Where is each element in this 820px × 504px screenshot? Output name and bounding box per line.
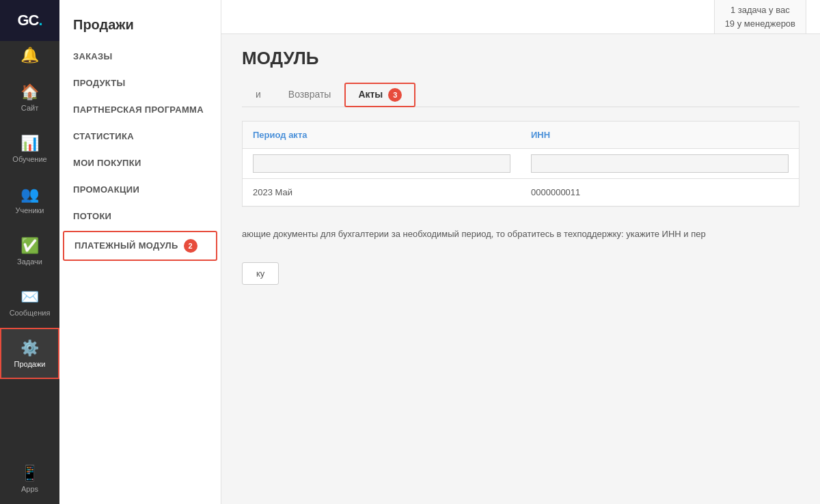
info-text: ающие документы для бухгалтерии за необх… bbox=[242, 221, 800, 249]
cell-inn: 0000000011 bbox=[521, 187, 799, 197]
step-badge-2: 2 bbox=[184, 239, 197, 253]
menu-sidebar: Продажи ЗАКАЗЫ ПРОДУКТЫ ПАРТНЕРСКАЯ ПРОГ… bbox=[59, 0, 221, 504]
filter-row bbox=[243, 149, 799, 179]
sidebar-item-tasks[interactable]: ✅ Задачи bbox=[0, 225, 59, 277]
top-bar: 1 задача у вас 19 у менеджеров bbox=[221, 0, 820, 34]
menu-item-products[interactable]: ПРОДУКТЫ bbox=[59, 70, 221, 96]
tasks-line1: 1 задача у вас bbox=[725, 3, 795, 17]
main-content: 1 задача у вас 19 у менеджеров МОДУЛЬ и … bbox=[221, 0, 820, 504]
logo[interactable]: GC. bbox=[0, 0, 59, 41]
table-header: Период акта ИНН bbox=[243, 122, 799, 149]
filter-period-cell bbox=[243, 154, 521, 173]
page-title: МОДУЛЬ bbox=[242, 48, 800, 69]
menu-item-stats[interactable]: СТАТИСТИКА bbox=[59, 123, 221, 150]
gear-icon: ⚙️ bbox=[20, 339, 39, 357]
tab-acts[interactable]: Акты 3 bbox=[344, 83, 415, 107]
menu-item-payment-module[interactable]: ПЛАТЕЖНЫЙ МОДУЛЬ 2 bbox=[63, 231, 217, 261]
menu-title: Продажи bbox=[59, 10, 221, 43]
col-inn: ИНН bbox=[521, 130, 799, 140]
page-content: МОДУЛЬ и Возвраты Акты 3 Период акта ИНН bbox=[221, 34, 820, 504]
sidebar-item-students[interactable]: 👥 Ученики bbox=[0, 174, 59, 225]
sidebar-item-learning[interactable]: 📊 Обучение bbox=[0, 123, 59, 174]
envelope-icon: ✉️ bbox=[20, 288, 39, 306]
menu-item-orders[interactable]: ЗАКАЗЫ bbox=[59, 43, 221, 70]
tasks-info: 1 задача у вас 19 у менеджеров bbox=[714, 0, 806, 34]
home-icon: 🏠 bbox=[20, 83, 39, 101]
menu-item-flows[interactable]: ПОТОКИ bbox=[59, 203, 221, 229]
narrow-sidebar: GC. 🔔 🏠 Сайт 📊 Обучение 👥 Ученики ✅ Зада… bbox=[0, 0, 59, 504]
acts-table: Период акта ИНН 2023 Май 0000000011 bbox=[242, 121, 800, 207]
sidebar-item-sales[interactable]: ⚙️ Продажи bbox=[0, 328, 59, 379]
chart-icon: 📊 bbox=[20, 135, 39, 152]
table-row: 2023 Май 0000000011 bbox=[243, 179, 799, 206]
menu-item-promo[interactable]: ПРОМОАКЦИИ bbox=[59, 176, 221, 203]
col-period: Период акта bbox=[243, 130, 521, 140]
sidebar-item-site[interactable]: 🏠 Сайт bbox=[0, 72, 59, 123]
bell-icon: 🔔 bbox=[20, 46, 39, 64]
checkbox-icon: ✅ bbox=[20, 237, 39, 255]
phone-icon: 📱 bbox=[20, 464, 39, 482]
logo-text: GC. bbox=[17, 12, 42, 29]
menu-item-partner[interactable]: ПАРТНЕРСКАЯ ПРОГРАММА bbox=[59, 96, 221, 123]
filter-inn-input[interactable] bbox=[531, 154, 789, 173]
tasks-line2: 19 у менеджеров bbox=[725, 17, 795, 31]
filter-inn-cell bbox=[521, 154, 799, 173]
sidebar-item-bell[interactable]: 🔔 bbox=[0, 41, 59, 72]
menu-item-purchases[interactable]: МОИ ПОКУПКИ bbox=[59, 150, 221, 176]
filter-period-input[interactable] bbox=[253, 154, 510, 173]
users-icon: 👥 bbox=[20, 186, 39, 204]
action-button[interactable]: ку bbox=[242, 262, 279, 285]
tab-returns[interactable]: Возвраты bbox=[275, 83, 345, 107]
cell-period: 2023 Май bbox=[243, 187, 521, 197]
tab-first[interactable]: и bbox=[242, 83, 275, 107]
sidebar-item-messages[interactable]: ✉️ Сообщения bbox=[0, 277, 59, 328]
step-badge-3: 3 bbox=[388, 88, 402, 102]
sidebar-item-apps[interactable]: 📱 Apps bbox=[0, 453, 59, 504]
tabs-row: и Возвраты Акты 3 bbox=[242, 83, 800, 107]
